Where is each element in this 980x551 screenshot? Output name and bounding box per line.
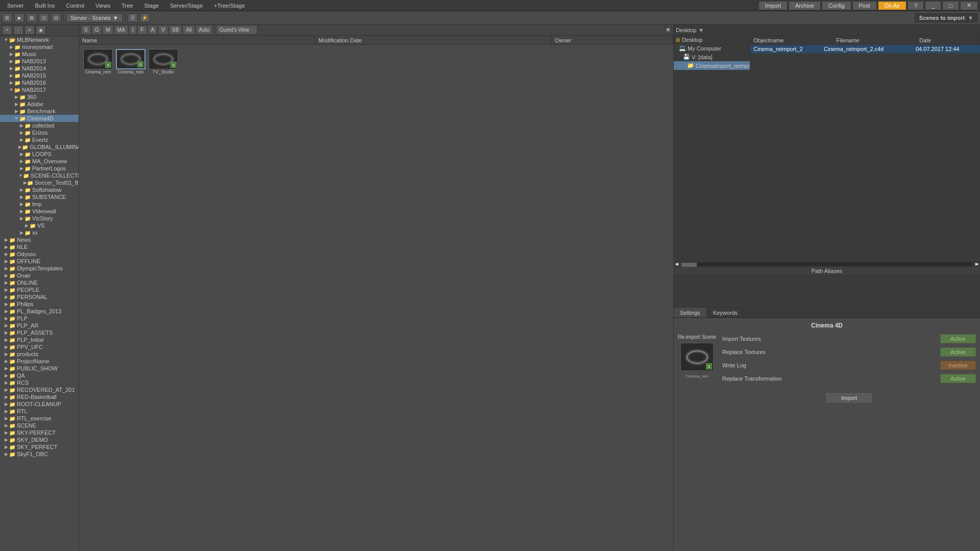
menu-tree[interactable]: Tree bbox=[116, 0, 138, 11]
tree-item-adobe[interactable]: ▶📁Adobe bbox=[0, 101, 79, 108]
tree-item-sky_perfect[interactable]: ▶📁SKY_PERFECT bbox=[0, 443, 79, 450]
menu-tree-stage[interactable]: +Tree/Stage bbox=[209, 0, 250, 11]
tree-item-vizstory[interactable]: ▶📁VizStory bbox=[0, 215, 79, 222]
tree-item-nab2014[interactable]: ▶📁NAB2014 bbox=[0, 65, 79, 72]
tree-item-global_illuminati[interactable]: ▶📁GLOBAL_ILLUMINATI bbox=[0, 143, 79, 151]
tree-item-people[interactable]: ▶📁PEOPLE bbox=[0, 286, 79, 293]
import-textures-btn[interactable]: Active bbox=[940, 334, 976, 343]
tree-item-collected[interactable]: ▶📁collected bbox=[0, 122, 79, 129]
tree-item-evertz[interactable]: ▶📁Evertz bbox=[0, 136, 79, 143]
tree-item-moneysmart[interactable]: ▶📁moneysmart bbox=[0, 43, 79, 51]
btn-minimize[interactable]: _ bbox=[925, 1, 941, 10]
tab-settings[interactable]: Settings bbox=[674, 308, 707, 317]
view-btn-guestsview[interactable]: Guest's View bbox=[216, 26, 257, 34]
tree-item-personal[interactable]: ▶📁PERSONAL bbox=[0, 293, 79, 300]
menu-views[interactable]: Views bbox=[90, 0, 115, 11]
view-btn-v[interactable]: V bbox=[158, 26, 168, 34]
scroll-right-btn[interactable]: ▶ bbox=[974, 262, 979, 266]
file-scrollbar[interactable]: ◀ ▶ bbox=[674, 261, 980, 266]
tree-item-nab2016[interactable]: ▶📁NAB2016 bbox=[0, 79, 79, 86]
tree-item-ppv_ufc[interactable]: ▶📁PPV_UFC bbox=[0, 343, 79, 350]
menu-server-stage[interactable]: Server/Stage bbox=[165, 0, 208, 11]
tree-item-nab2015[interactable]: ▶📁NAB2015 bbox=[0, 72, 79, 79]
btn-on-air[interactable]: On Air bbox=[878, 1, 907, 10]
tree-item-tmp[interactable]: ▶📁tmp bbox=[0, 201, 79, 208]
view-btn-sb[interactable]: SB bbox=[169, 26, 182, 34]
scrollbar-thumb[interactable] bbox=[681, 263, 697, 267]
left-tb-btn-2[interactable]: - bbox=[13, 26, 23, 35]
tree-item-erizos[interactable]: ▶📁Erizos bbox=[0, 129, 79, 136]
tree-item-plp_ar[interactable]: ▶📁PLP_AR bbox=[0, 322, 79, 329]
tree-my-computer[interactable]: 💻 My Computer bbox=[674, 44, 750, 53]
tree-desktop[interactable]: 🖥 Desktop bbox=[674, 36, 750, 44]
btn-import[interactable]: Import bbox=[758, 1, 788, 10]
toolbar-icon-6[interactable]: ☰ bbox=[128, 13, 138, 22]
menu-stage[interactable]: Stage bbox=[139, 0, 164, 11]
scroll-left-btn[interactable]: ◀ bbox=[674, 262, 679, 266]
view-btn-auto[interactable]: Auto bbox=[196, 26, 213, 34]
btn-config[interactable]: Config bbox=[822, 1, 851, 10]
tree-item-xx[interactable]: ▶📁xx bbox=[0, 229, 79, 236]
left-tb-btn-3[interactable]: ≡ bbox=[24, 26, 35, 35]
thumbnail-item-2[interactable]: STV_Studio bbox=[149, 49, 178, 74]
view-btn-f[interactable]: F bbox=[138, 26, 147, 34]
tree-item-ma_overview[interactable]: ▶📁MA_Overview bbox=[0, 158, 79, 165]
tree-item-music[interactable]: ▶📁Music bbox=[0, 51, 79, 58]
thumbnail-item-1[interactable]: SCinema_rein bbox=[116, 49, 145, 74]
btn-post[interactable]: Post bbox=[852, 1, 877, 10]
tree-item-philips[interactable]: ▶📁Philips bbox=[0, 300, 79, 308]
tree-item-360[interactable]: ▶📁360 bbox=[0, 93, 79, 101]
tree-item-plp_initial[interactable]: ▶📁PLP_Initial bbox=[0, 336, 79, 343]
file-row-0[interactable]: Cinema_reimport_2Cinema_reimport_2.c4d04… bbox=[750, 45, 980, 54]
write-log-btn[interactable]: Inactive bbox=[940, 361, 976, 370]
menu-server[interactable]: Server bbox=[2, 0, 29, 11]
tree-item-skyf1_obc[interactable]: ▶📁SkyF1_OBC bbox=[0, 450, 79, 458]
tab-keywords[interactable]: Keywords bbox=[707, 308, 744, 317]
btn-close[interactable]: ✕ bbox=[960, 1, 978, 10]
tree-item-offline[interactable]: ▶📁OFFLINE bbox=[0, 258, 79, 265]
left-tb-btn-4[interactable]: ◉ bbox=[36, 26, 46, 35]
tree-item-cinema4d[interactable]: ▼📁Cinema4D bbox=[0, 115, 79, 122]
tree-item-scene-collectio[interactable]: ▼📁SCENE-COLLECTIO bbox=[0, 172, 79, 179]
view-btn-a[interactable]: A bbox=[148, 26, 158, 34]
tree-item-plp[interactable]: ▶📁PLP bbox=[0, 315, 79, 322]
tree-item-scene[interactable]: ▶📁SCENE bbox=[0, 422, 79, 429]
btn-archive[interactable]: Archive bbox=[789, 1, 821, 10]
toolbar-icon-1[interactable]: ⊞ bbox=[2, 13, 12, 22]
tree-item-nab2017[interactable]: ▼📂NAB2017 bbox=[0, 86, 79, 93]
toolbar-icon-7[interactable]: ⚡ bbox=[140, 13, 150, 22]
btn-help[interactable]: ? bbox=[908, 1, 924, 10]
tree-item-qa[interactable]: ▶📁QA bbox=[0, 372, 79, 379]
tree-item-plp_assets[interactable]: ▶📁PLP_ASSETS bbox=[0, 329, 79, 336]
toolbar-icon-2[interactable]: ▶ bbox=[14, 13, 24, 22]
tree-item-sky-perfect[interactable]: ▶📁SKY-PERFECT bbox=[0, 429, 79, 436]
tree-item-projectname[interactable]: ▶📁ProjectName bbox=[0, 358, 79, 365]
btn-maximize[interactable]: □ bbox=[942, 1, 959, 10]
tree-v-data[interactable]: 💾 V: [data] bbox=[674, 53, 750, 61]
tree-item-rtl[interactable]: ▶📁RTL bbox=[0, 408, 79, 415]
view-btn-ma[interactable]: MA bbox=[114, 26, 128, 34]
menu-control[interactable]: Control bbox=[61, 0, 89, 11]
tree-item-soccer_test01_fbm[interactable]: ▶📁Soccer_Test01_fbm bbox=[0, 179, 79, 186]
view-btn-m[interactable]: M bbox=[103, 26, 113, 34]
tree-item-olympictemplates[interactable]: ▶📁OlympicTemplates bbox=[0, 265, 79, 272]
scrollbar-track[interactable] bbox=[681, 262, 973, 266]
view-btn-s[interactable]: S bbox=[81, 26, 91, 34]
tree-item-products[interactable]: ▶📁products bbox=[0, 350, 79, 358]
import-btn[interactable]: Import bbox=[825, 392, 873, 404]
replace-textures-btn[interactable]: Active bbox=[940, 347, 976, 357]
tree-item-videowall[interactable]: ▶📁Videowall bbox=[0, 208, 79, 215]
fb-dropdown-icon[interactable]: ▼ bbox=[698, 27, 704, 33]
tree-item-loops[interactable]: ▶📁LOOPS bbox=[0, 151, 79, 158]
tree-item-sky_demo[interactable]: ▶📁SKY_DEMO bbox=[0, 436, 79, 443]
tree-item-online[interactable]: ▶📁ONLINE bbox=[0, 279, 79, 286]
tree-item-benchmark[interactable]: ▶📁Benchmark bbox=[0, 108, 79, 115]
tree-item-substance[interactable]: ▶📁SUBSTANCE bbox=[0, 193, 79, 201]
toolbar-icon-5[interactable]: ⊟ bbox=[51, 13, 61, 22]
view-btn-i[interactable]: I bbox=[129, 26, 137, 34]
tree-item-rcs[interactable]: ▶📁RCS bbox=[0, 379, 79, 386]
left-tb-btn-1[interactable]: + bbox=[2, 26, 12, 35]
toolbar-icon-4[interactable]: ⊡ bbox=[39, 13, 49, 22]
tree-item-recovered_at_201[interactable]: ▶📁RECOVERED_AT_201 bbox=[0, 386, 79, 393]
tree-item-pl_badges_2013[interactable]: ▶📁PL_Badges_2013 bbox=[0, 308, 79, 315]
